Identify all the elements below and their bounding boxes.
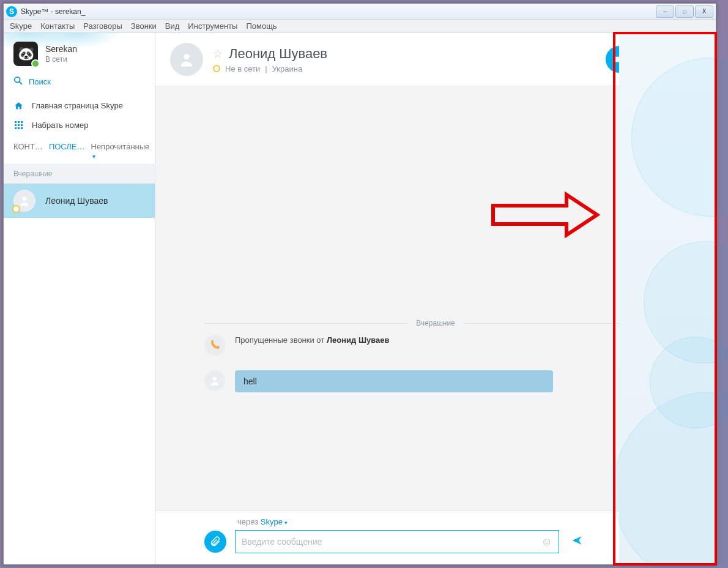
nav-home[interactable]: Главная страница Skype — [4, 95, 155, 115]
menu-skype[interactable]: Skype — [10, 21, 32, 31]
menu-view[interactable]: Вид — [165, 21, 180, 31]
chevron-down-icon: ▾ — [284, 520, 288, 526]
menu-calls[interactable]: Звонки — [131, 21, 157, 31]
svg-point-0 — [15, 77, 20, 83]
profile-area[interactable]: 🐼 Serekan В сети — [4, 33, 155, 72]
chat-title: Леонид Шуваев — [229, 46, 327, 62]
window-title: Skype™ - serekan_ — [21, 7, 85, 16]
sidebar-tabs: КОНТ… ПОСЛЕ… Непрочитанные ▾ — [4, 135, 155, 164]
message-avatar — [204, 370, 225, 391]
svg-point-2 — [23, 196, 27, 201]
svg-point-3 — [184, 54, 189, 59]
send-button[interactable] — [571, 535, 582, 549]
status-away-icon — [213, 65, 220, 72]
skype-window: S Skype™ - serekan_ — ☐ X Skype Контакты… — [3, 3, 716, 565]
menu-contacts[interactable]: Контакты — [40, 21, 75, 31]
tab-contacts[interactable]: КОНТ… — [13, 142, 43, 160]
svg-line-1 — [19, 81, 21, 84]
chevron-down-icon: ▾ — [92, 153, 95, 160]
section-yesterday: Вчерашние — [4, 164, 155, 184]
svg-point-6 — [213, 377, 217, 381]
menu-conversations[interactable]: Разговоры — [83, 21, 122, 31]
menu-bar: Skype Контакты Разговоры Звонки Вид Инст… — [4, 20, 716, 33]
dialpad-icon — [13, 120, 23, 130]
chat-status: Не в сети — [225, 64, 260, 73]
maximize-button[interactable]: ☐ — [675, 6, 694, 18]
attach-button[interactable] — [204, 531, 226, 553]
tab-unread[interactable]: Непрочитанные ▾ — [91, 142, 150, 160]
status-online-icon — [31, 59, 40, 68]
divider-label: Вчерашние — [416, 319, 455, 327]
skype-logo-icon: S — [6, 6, 17, 17]
sidebar: 🐼 Serekan В сети Поиск Главная страница … — [4, 33, 155, 564]
message-input[interactable] — [242, 537, 541, 547]
chat-location: Украина — [272, 64, 303, 73]
tab-recent[interactable]: ПОСЛЕ… — [49, 142, 85, 160]
emoji-button[interactable]: ☺ — [541, 536, 552, 548]
tab-indicator — [65, 163, 72, 167]
self-avatar[interactable]: 🐼 — [13, 42, 38, 66]
self-name: Serekan — [45, 44, 77, 54]
self-status[interactable]: В сети — [45, 55, 77, 64]
nav-dial[interactable]: Набрать номер — [4, 115, 155, 135]
window-controls: — ☐ X — [655, 6, 713, 18]
minimize-button[interactable]: — — [656, 6, 674, 18]
contact-item[interactable]: Леонид Шуваев — [4, 184, 155, 218]
titlebar: S Skype™ - serekan_ — ☐ X — [4, 4, 716, 20]
via-skype-link[interactable]: Skype — [261, 517, 283, 526]
contact-avatar — [13, 190, 35, 212]
via-line[interactable]: через Skype ▾ — [237, 517, 667, 526]
favorite-star-icon[interactable]: ☆ — [213, 47, 223, 61]
missed-call-text: Пропущенные звонки от Леонид Шуваев — [235, 335, 389, 345]
search-icon — [13, 76, 23, 87]
search-row[interactable]: Поиск — [4, 72, 155, 95]
nav-home-label: Главная страница Skype — [32, 101, 123, 110]
close-button[interactable]: X — [695, 6, 713, 18]
nav-dial-label: Набрать номер — [32, 121, 88, 130]
missed-call-icon — [204, 335, 225, 356]
contact-name: Леонид Шуваев — [45, 196, 108, 206]
menu-help[interactable]: Помощь — [246, 21, 277, 31]
status-away-icon — [12, 205, 20, 213]
message-input-wrap: ☺ — [235, 530, 559, 553]
home-icon — [13, 100, 23, 110]
search-label: Поиск — [29, 77, 51, 86]
chat-title-block: ☆ Леонид Шуваев Не в сети | Украина — [213, 46, 327, 73]
ad-panel — [619, 33, 717, 563]
chat-avatar[interactable] — [170, 43, 203, 76]
message-bubble[interactable]: hell — [235, 370, 553, 392]
menu-tools[interactable]: Инструменты — [188, 21, 237, 31]
